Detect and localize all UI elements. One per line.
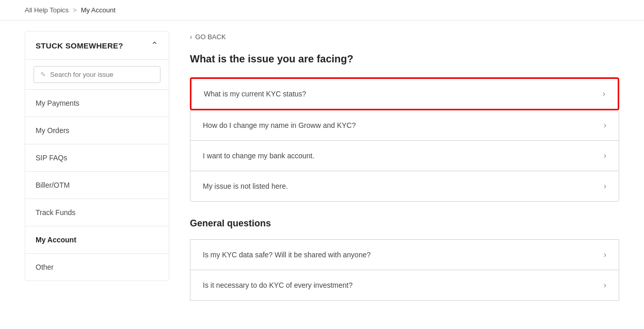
search-input[interactable]	[50, 71, 154, 78]
breadcrumb: All Help Topics > My Account	[0, 0, 644, 21]
issue-label-change-bank: I want to change my bank account.	[203, 152, 314, 160]
search-container: ✎	[25, 60, 169, 90]
page-question: What is the issue you are facing?	[190, 53, 619, 65]
chevron-right-icon: ›	[603, 89, 605, 98]
main-container: STUCK SOMEWHERE? ⌃ ✎ My Payments My Orde…	[0, 21, 644, 311]
sidebar-item-sip-faqs[interactable]: SIP FAQs	[25, 144, 169, 172]
content-area: ‹ GO BACK What is the issue you are faci…	[190, 31, 619, 301]
sidebar-item-my-orders[interactable]: My Orders	[25, 117, 169, 144]
general-label-kyc-safe: Is my KYC data safe? Will it be shared w…	[203, 251, 371, 259]
search-box: ✎	[34, 66, 160, 83]
breadcrumb-current: My Account	[81, 6, 116, 14]
issue-label-change-name: How do I change my name in Groww and KYC…	[203, 121, 356, 129]
chevron-right-icon: ›	[604, 250, 606, 259]
general-item-kyc-every[interactable]: Is it necessary to do KYC of every inves…	[190, 270, 619, 301]
sidebar-item-my-account[interactable]: My Account	[25, 226, 169, 254]
issue-label-not-listed: My issue is not listed here.	[203, 182, 288, 190]
chevron-right-icon: ›	[604, 121, 606, 130]
sidebar-item-other[interactable]: Other	[25, 254, 169, 281]
issue-item-change-name[interactable]: How do I change my name in Groww and KYC…	[190, 110, 619, 140]
issue-item-change-bank[interactable]: I want to change my bank account. ›	[190, 140, 619, 171]
go-back-label: GO BACK	[195, 33, 226, 41]
sidebar-title: STUCK SOMEWHERE?	[36, 41, 123, 50]
sidebar-header: STUCK SOMEWHERE? ⌃	[25, 31, 169, 60]
sidebar-item-biller-otm[interactable]: Biller/OTM	[25, 172, 169, 199]
issue-list: What is my current KYC status? › How do …	[190, 77, 619, 202]
sidebar-item-track-funds[interactable]: Track Funds	[25, 199, 169, 226]
breadcrumb-separator: >	[73, 6, 77, 14]
sidebar-item-my-payments[interactable]: My Payments	[25, 90, 169, 117]
issue-label-kyc-status: What is my current KYC status?	[204, 90, 306, 98]
chevron-right-icon: ›	[604, 151, 606, 160]
chevron-right-icon: ›	[604, 281, 606, 290]
general-question-list: Is my KYC data safe? Will it be shared w…	[190, 239, 619, 301]
chevron-right-icon: ›	[604, 182, 606, 191]
go-back-chevron: ‹	[190, 33, 192, 41]
sidebar: STUCK SOMEWHERE? ⌃ ✎ My Payments My Orde…	[25, 31, 169, 281]
search-icon: ✎	[40, 71, 46, 78]
general-section-title: General questions	[190, 218, 619, 229]
issue-item-not-listed[interactable]: My issue is not listed here. ›	[190, 171, 619, 202]
breadcrumb-all-help-topics[interactable]: All Help Topics	[25, 6, 69, 14]
issue-item-kyc-status[interactable]: What is my current KYC status? ›	[190, 77, 619, 110]
general-item-kyc-safe[interactable]: Is my KYC data safe? Will it be shared w…	[190, 239, 619, 270]
go-back-link[interactable]: ‹ GO BACK	[190, 33, 619, 41]
collapse-icon[interactable]: ⌃	[151, 41, 158, 50]
general-label-kyc-every: Is it necessary to do KYC of every inves…	[203, 281, 352, 289]
